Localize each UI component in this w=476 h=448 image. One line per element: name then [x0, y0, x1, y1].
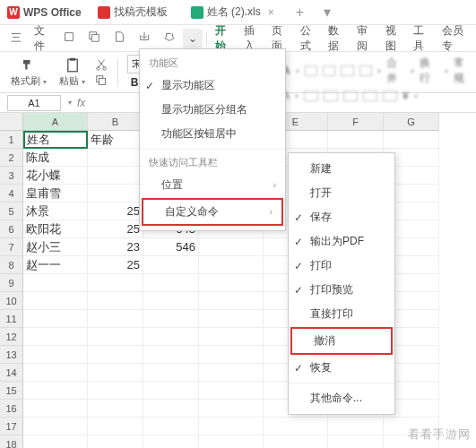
- submenu-direct-print[interactable]: 直接打印: [289, 302, 394, 326]
- submenu-new[interactable]: 新建: [289, 157, 394, 181]
- cell[interactable]: [143, 435, 199, 448]
- cell[interactable]: 花小蝶: [23, 167, 88, 185]
- cell[interactable]: 年龄: [88, 131, 143, 149]
- cell[interactable]: [88, 292, 143, 310]
- cell[interactable]: 陈成: [23, 149, 88, 167]
- menu-file[interactable]: 文件: [29, 20, 56, 57]
- submenu-export-pdf[interactable]: ✓输出为PDF: [289, 229, 394, 254]
- format-brush-button[interactable]: 格式刷 ▾: [7, 56, 50, 90]
- col-header-a[interactable]: A: [23, 113, 88, 131]
- cell[interactable]: [88, 364, 143, 382]
- submenu-undo[interactable]: 撤消: [290, 327, 393, 355]
- menu-item-center-buttons[interactable]: 功能区按钮居中: [140, 122, 285, 146]
- cell[interactable]: [143, 310, 199, 328]
- row-header[interactable]: 1: [0, 131, 23, 149]
- cell[interactable]: [88, 274, 143, 292]
- submenu-open[interactable]: 打开: [289, 181, 394, 205]
- menu-qat-1[interactable]: [57, 27, 81, 49]
- cell-reference-input[interactable]: A1: [7, 95, 61, 111]
- row-header[interactable]: 15: [0, 382, 23, 400]
- cut-icon[interactable]: [94, 57, 108, 72]
- menu-hamburger[interactable]: 三: [5, 27, 27, 49]
- cell[interactable]: [143, 346, 199, 364]
- cell[interactable]: [88, 400, 143, 418]
- menu-qat-2[interactable]: [82, 27, 106, 49]
- cell[interactable]: [23, 292, 88, 310]
- fx-icon[interactable]: fx: [72, 97, 91, 109]
- cell[interactable]: [23, 310, 88, 328]
- row-header[interactable]: 2: [0, 149, 23, 167]
- row-header[interactable]: 17: [0, 418, 23, 435]
- cell[interactable]: 25: [88, 256, 143, 274]
- cell[interactable]: [199, 382, 264, 400]
- submenu-print-preview[interactable]: ✓打印预览: [289, 278, 394, 302]
- cell[interactable]: 546: [143, 238, 199, 256]
- close-icon[interactable]: ×: [268, 6, 274, 19]
- cell[interactable]: 25: [88, 220, 143, 238]
- cell[interactable]: [88, 149, 143, 167]
- tab-template[interactable]: 找稿壳模板: [91, 1, 175, 23]
- menu-qat-dropdown[interactable]: ⌄: [183, 29, 203, 48]
- cell[interactable]: [199, 238, 264, 256]
- cell[interactable]: 沐景: [23, 202, 88, 220]
- cell[interactable]: 皇甫雪: [23, 185, 88, 202]
- cell[interactable]: [88, 185, 143, 202]
- row-header[interactable]: 18: [0, 435, 23, 448]
- cell[interactable]: [88, 310, 143, 328]
- cell[interactable]: 赵小三: [23, 238, 88, 256]
- cell[interactable]: [143, 364, 199, 382]
- cell[interactable]: [199, 328, 264, 346]
- cell[interactable]: [199, 274, 264, 292]
- cell[interactable]: [23, 400, 88, 418]
- row-header[interactable]: 8: [0, 256, 23, 274]
- add-tab-button[interactable]: +: [290, 4, 309, 21]
- cell[interactable]: [88, 435, 143, 448]
- cell[interactable]: [88, 382, 143, 400]
- cell[interactable]: 姓名: [23, 131, 88, 149]
- cell[interactable]: [143, 256, 199, 274]
- row-header[interactable]: 4: [0, 185, 23, 202]
- cell[interactable]: [23, 435, 88, 448]
- col-header-f[interactable]: F: [328, 113, 384, 131]
- row-header[interactable]: 13: [0, 346, 23, 364]
- paste-button[interactable]: 粘贴 ▾: [56, 56, 89, 90]
- cell[interactable]: [199, 292, 264, 310]
- menu-qat-4[interactable]: [133, 27, 156, 49]
- cell[interactable]: [199, 400, 264, 418]
- cell[interactable]: [143, 328, 199, 346]
- cell[interactable]: [23, 274, 88, 292]
- menu-item-show-ribbon[interactable]: ✓显示功能区: [140, 73, 285, 98]
- cell[interactable]: [23, 364, 88, 382]
- col-header-b[interactable]: B: [88, 113, 143, 131]
- cell[interactable]: [143, 400, 199, 418]
- row-header[interactable]: 7: [0, 238, 23, 256]
- copy-icon[interactable]: [94, 73, 108, 88]
- row-header[interactable]: 9: [0, 274, 23, 292]
- row-header[interactable]: 3: [0, 167, 23, 185]
- cell[interactable]: [143, 274, 199, 292]
- cell[interactable]: [199, 256, 264, 274]
- cell[interactable]: [199, 364, 264, 382]
- cell[interactable]: [264, 418, 328, 435]
- menu-qat-5[interactable]: [158, 27, 181, 49]
- row-header[interactable]: 14: [0, 364, 23, 382]
- menu-qat-3[interactable]: [108, 27, 131, 49]
- menu-item-position[interactable]: 位置›: [140, 173, 285, 197]
- cell[interactable]: [328, 418, 384, 435]
- submenu-print[interactable]: ✓打印: [289, 254, 394, 278]
- cell[interactable]: 欧阳花: [23, 220, 88, 238]
- cell[interactable]: [23, 418, 88, 435]
- cell[interactable]: [143, 382, 199, 400]
- cell[interactable]: [199, 346, 264, 364]
- cell[interactable]: 25: [88, 202, 143, 220]
- cell[interactable]: [143, 418, 199, 435]
- cell[interactable]: [328, 131, 384, 149]
- submenu-other-commands[interactable]: 其他命令...: [289, 386, 394, 410]
- cell[interactable]: [199, 418, 264, 435]
- row-header[interactable]: 12: [0, 328, 23, 346]
- cell[interactable]: [23, 382, 88, 400]
- row-header[interactable]: 10: [0, 292, 23, 310]
- menu-item-custom-commands[interactable]: 自定义命令›: [142, 198, 283, 226]
- cell[interactable]: [328, 435, 384, 448]
- submenu-save[interactable]: ✓保存: [289, 205, 394, 229]
